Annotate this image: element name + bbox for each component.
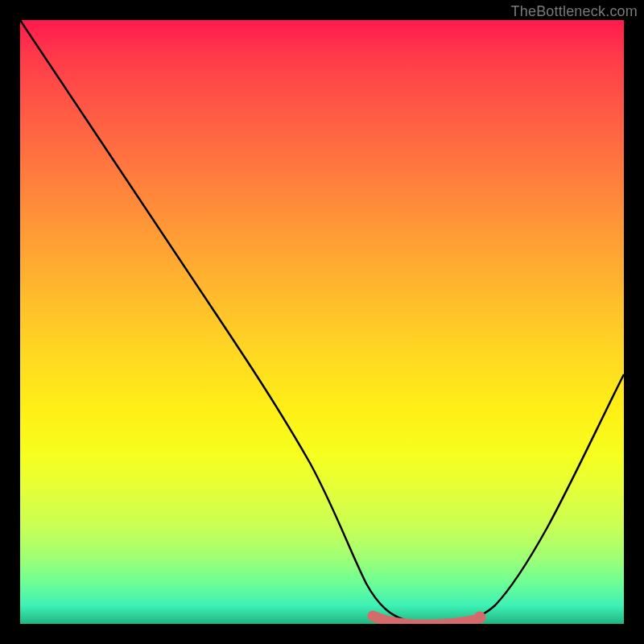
chart-plot-area: [20, 20, 624, 624]
bottleneck-curve-svg: [20, 20, 624, 624]
optimal-range-band: [373, 616, 475, 624]
optimal-end-dot: [474, 612, 486, 624]
chart-frame: TheBottleneck.com: [0, 0, 644, 644]
attribution-label: TheBottleneck.com: [511, 3, 638, 20]
bottleneck-curve: [20, 20, 624, 624]
